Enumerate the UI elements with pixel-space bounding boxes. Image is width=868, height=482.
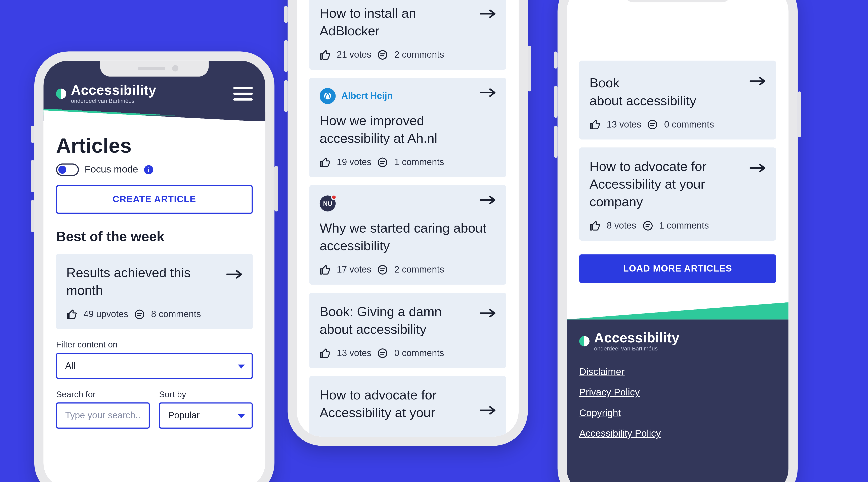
filter-select[interactable]: All: [56, 353, 253, 379]
comment-icon[interactable]: [642, 220, 653, 231]
arrow-right-icon: [750, 163, 766, 175]
focus-mode-label: Focus mode: [85, 164, 138, 175]
article-brand: NU: [320, 196, 496, 212]
comment-count: 0 comments: [394, 348, 444, 358]
vote-count: 13 votes: [607, 120, 641, 130]
vote-count: 19 votes: [337, 157, 371, 167]
article-title: How to advocate for Accessibility at you…: [320, 387, 496, 422]
focus-mode-row: Focus mode i: [56, 163, 253, 176]
article-card[interactable]: Book: Giving a damn about accessibility …: [309, 293, 506, 368]
article-title: Why we started caring about accessibilit…: [320, 220, 496, 255]
arrow-right-icon: [750, 76, 766, 88]
footer-link-accessibility-policy[interactable]: Accessibility Policy: [579, 428, 661, 440]
arrow-right-icon: [480, 9, 496, 21]
create-article-button[interactable]: CREATE ARTICLE: [56, 185, 253, 214]
filter-label: Filter content on: [56, 340, 253, 349]
app-footer: Accessibility onderdeel van Bartiméus Di…: [567, 302, 788, 482]
article-card[interactable]: Book about accessibility 13 votes 0 comm…: [579, 61, 776, 139]
best-of-week-heading: Best of the week: [56, 229, 253, 245]
brand-name: Accessibility: [594, 331, 680, 345]
footer-link-privacy[interactable]: Privacy Policy: [579, 387, 640, 398]
article-card[interactable]: How to advocate for Accessibility at you…: [309, 376, 506, 437]
focus-mode-toggle[interactable]: [56, 163, 79, 176]
comment-count: 0 comments: [664, 120, 714, 130]
load-more-button[interactable]: LOAD MORE ARTICLES: [579, 254, 776, 283]
article-brand: Albert Heijn: [320, 88, 496, 104]
brand-icon: NU: [320, 196, 336, 212]
phone-notch: [623, 0, 732, 2]
comment-icon[interactable]: [377, 157, 389, 168]
arrow-right-icon: [480, 309, 496, 320]
article-card[interactable]: How to advocate for Accessibility at you…: [579, 148, 776, 240]
comment-count: 2 comments: [394, 265, 444, 275]
search-label: Search for: [56, 389, 150, 399]
sort-label: Sort by: [159, 389, 253, 399]
article-title: How to advocate for Accessibility at you…: [590, 158, 766, 211]
article-card[interactable]: Albert Heijn How we improved accessibili…: [309, 78, 506, 177]
comment-count: 1 comments: [659, 221, 709, 231]
phone-mockup-right: Book about accessibility 13 votes 0 comm…: [558, 0, 798, 482]
phone-mockup-left: Accessibility onderdeel van Bartiméus Ar…: [34, 52, 275, 482]
sort-select[interactable]: Popular: [159, 403, 253, 429]
article-title: Results achieved this month: [66, 264, 243, 300]
comment-icon[interactable]: [134, 309, 146, 320]
article-card[interactable]: NU Why we started caring about accessibi…: [309, 185, 506, 285]
info-icon[interactable]: i: [144, 165, 153, 174]
upvote-count: 49 upvotes: [83, 309, 128, 320]
comment-icon[interactable]: [377, 49, 389, 61]
phone-notch: [100, 61, 209, 77]
brand-name: Accessibility: [71, 83, 156, 97]
menu-icon[interactable]: [233, 87, 253, 101]
brand-icon: [320, 88, 336, 104]
vote-count: 21 votes: [337, 50, 371, 60]
thumb-up-icon[interactable]: [320, 264, 331, 276]
brand-logo-footer[interactable]: Accessibility onderdeel van Bartiméus: [579, 331, 776, 351]
brand-label: Albert Heijn: [341, 91, 393, 101]
thumb-up-icon[interactable]: [66, 309, 78, 320]
footer-link-disclaimer[interactable]: Disclaimer: [579, 366, 625, 378]
article-title: Book about accessibility: [590, 74, 766, 110]
footer-link-copyright[interactable]: Copyright: [579, 408, 621, 419]
comment-icon[interactable]: [377, 264, 389, 276]
comment-icon[interactable]: [377, 348, 389, 359]
arrow-right-icon: [480, 196, 496, 207]
thumb-up-icon[interactable]: [320, 49, 331, 61]
logo-mark-icon: [579, 336, 590, 347]
vote-count: 8 votes: [607, 221, 636, 231]
brand-logo[interactable]: Accessibility onderdeel van Bartiméus: [56, 83, 156, 104]
comment-icon[interactable]: [647, 119, 658, 130]
article-title: Book: Giving a damn about accessibility: [320, 303, 496, 339]
thumb-up-icon[interactable]: [590, 119, 601, 130]
article-title: How we improved accessibility at Ah.nl: [320, 112, 496, 148]
comment-count: 8 comments: [151, 309, 201, 320]
article-title: How to install an AdBlocker: [320, 5, 496, 40]
thumb-up-icon[interactable]: [320, 348, 331, 359]
comment-count: 2 comments: [394, 50, 444, 60]
arrow-right-icon: [480, 406, 496, 418]
page-title: Articles: [56, 134, 253, 158]
vote-count: 13 votes: [337, 348, 371, 358]
brand-tagline: onderdeel van Bartiméus: [594, 346, 680, 351]
vote-count: 17 votes: [337, 265, 371, 275]
brand-tagline: onderdeel van Bartiméus: [71, 98, 156, 104]
arrow-right-icon: [480, 88, 496, 100]
article-card-best[interactable]: Results achieved this month 49 upvotes 8…: [56, 254, 253, 329]
thumb-up-icon[interactable]: [590, 220, 601, 231]
search-input[interactable]: [56, 403, 150, 429]
comment-count: 1 comments: [394, 157, 444, 167]
thumb-up-icon[interactable]: [320, 157, 331, 168]
phone-mockup-center: How to install an AdBlocker 21 votes 2 c…: [287, 0, 528, 446]
arrow-right-icon: [226, 270, 243, 281]
article-card[interactable]: How to install an AdBlocker 21 votes 2 c…: [309, 0, 506, 70]
logo-mark-icon: [56, 89, 66, 99]
